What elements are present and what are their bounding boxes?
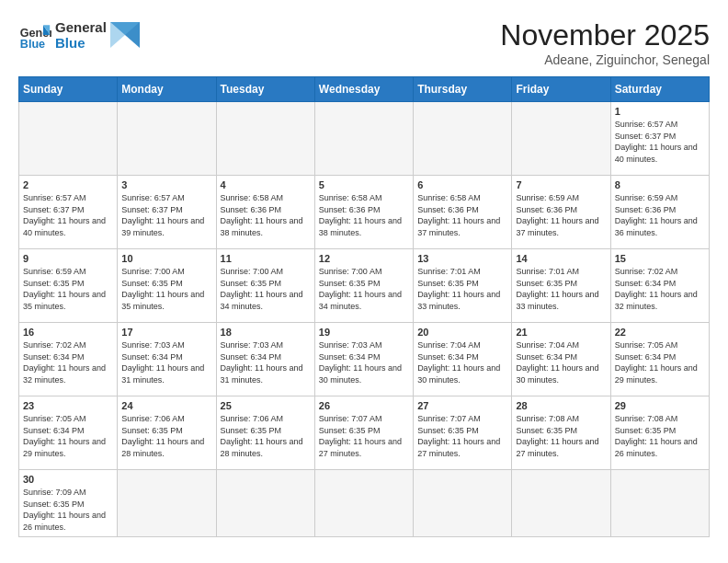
day-number: 17	[121, 327, 211, 338]
cell-2-5: 14Sunrise: 7:01 AMSunset: 6:35 PMDayligh…	[512, 249, 610, 323]
day-number: 20	[417, 327, 507, 338]
cell-info: Sunrise: 6:59 AMSunset: 6:35 PMDaylight:…	[23, 266, 113, 312]
cell-4-6: 29Sunrise: 7:08 AMSunset: 6:35 PMDayligh…	[610, 396, 709, 470]
cell-info: Sunrise: 7:02 AMSunset: 6:34 PMDaylight:…	[615, 266, 705, 312]
location-subtitle: Adeane, Ziguinchor, Senegal	[500, 52, 710, 67]
day-number: 13	[417, 253, 507, 264]
cell-1-5: 7Sunrise: 6:59 AMSunset: 6:36 PMDaylight…	[512, 176, 610, 249]
cell-3-5: 21Sunrise: 7:04 AMSunset: 6:34 PMDayligh…	[512, 323, 610, 396]
cell-5-0: 30Sunrise: 7:09 AMSunset: 6:35 PMDayligh…	[19, 470, 118, 537]
cell-info: Sunrise: 6:58 AMSunset: 6:36 PMDaylight:…	[319, 192, 409, 238]
day-number: 23	[23, 400, 113, 411]
logo-blue-text: Blue	[55, 35, 107, 51]
cell-info: Sunrise: 7:07 AMSunset: 6:35 PMDaylight:…	[319, 413, 409, 459]
header-sunday: Sunday	[19, 77, 118, 102]
cell-info: Sunrise: 6:57 AMSunset: 6:37 PMDaylight:…	[121, 192, 211, 238]
cell-3-3: 19Sunrise: 7:03 AMSunset: 6:34 PMDayligh…	[314, 323, 413, 396]
week-row-3: 9Sunrise: 6:59 AMSunset: 6:35 PMDaylight…	[19, 249, 710, 323]
cell-2-3: 12Sunrise: 7:00 AMSunset: 6:35 PMDayligh…	[314, 249, 413, 323]
cell-info: Sunrise: 7:05 AMSunset: 6:34 PMDaylight:…	[615, 339, 705, 385]
cell-info: Sunrise: 7:00 AMSunset: 6:35 PMDaylight:…	[319, 266, 409, 312]
cell-info: Sunrise: 7:04 AMSunset: 6:34 PMDaylight:…	[516, 339, 606, 385]
cell-info: Sunrise: 7:00 AMSunset: 6:35 PMDaylight:…	[121, 266, 211, 312]
cell-0-0	[19, 102, 118, 176]
day-number: 25	[221, 400, 311, 411]
day-number: 18	[221, 327, 311, 338]
cell-2-1: 10Sunrise: 7:00 AMSunset: 6:35 PMDayligh…	[118, 249, 216, 323]
cell-info: Sunrise: 7:04 AMSunset: 6:34 PMDaylight:…	[417, 339, 507, 385]
cell-2-6: 15Sunrise: 7:02 AMSunset: 6:34 PMDayligh…	[610, 249, 709, 323]
cell-0-6: 1Sunrise: 6:57 AMSunset: 6:37 PMDaylight…	[610, 102, 709, 176]
day-number: 21	[516, 327, 606, 338]
cell-4-1: 24Sunrise: 7:06 AMSunset: 6:35 PMDayligh…	[118, 396, 216, 470]
cell-info: Sunrise: 7:06 AMSunset: 6:35 PMDaylight:…	[121, 413, 211, 459]
calendar-table: SundayMondayTuesdayWednesdayThursdayFrid…	[18, 76, 710, 537]
cell-5-6	[610, 470, 709, 537]
cell-5-5	[512, 470, 610, 537]
cell-3-6: 22Sunrise: 7:05 AMSunset: 6:34 PMDayligh…	[610, 323, 709, 396]
week-row-1: 1Sunrise: 6:57 AMSunset: 6:37 PMDaylight…	[19, 102, 710, 176]
day-number: 29	[615, 400, 705, 411]
cell-4-3: 26Sunrise: 7:07 AMSunset: 6:35 PMDayligh…	[314, 396, 413, 470]
day-number: 11	[221, 253, 311, 264]
day-number: 16	[23, 327, 113, 338]
cell-info: Sunrise: 6:58 AMSunset: 6:36 PMDaylight:…	[221, 192, 311, 238]
cell-3-2: 18Sunrise: 7:03 AMSunset: 6:34 PMDayligh…	[216, 323, 314, 396]
day-number: 3	[121, 179, 211, 190]
day-number: 9	[23, 253, 113, 264]
day-number: 22	[615, 327, 705, 338]
cell-info: Sunrise: 6:59 AMSunset: 6:36 PMDaylight:…	[516, 192, 606, 238]
header-friday: Friday	[512, 77, 610, 102]
day-number: 4	[221, 179, 311, 190]
day-number: 24	[121, 400, 211, 411]
cell-1-0: 2Sunrise: 6:57 AMSunset: 6:37 PMDaylight…	[19, 176, 118, 249]
week-row-5: 23Sunrise: 7:05 AMSunset: 6:34 PMDayligh…	[19, 396, 710, 470]
cell-0-2	[216, 102, 314, 176]
cell-info: Sunrise: 7:05 AMSunset: 6:34 PMDaylight:…	[23, 413, 113, 459]
cell-info: Sunrise: 7:07 AMSunset: 6:35 PMDaylight:…	[417, 413, 507, 459]
cell-2-2: 11Sunrise: 7:00 AMSunset: 6:35 PMDayligh…	[216, 249, 314, 323]
cell-info: Sunrise: 7:03 AMSunset: 6:34 PMDaylight:…	[319, 339, 409, 385]
cell-3-4: 20Sunrise: 7:04 AMSunset: 6:34 PMDayligh…	[414, 323, 512, 396]
cell-4-0: 23Sunrise: 7:05 AMSunset: 6:34 PMDayligh…	[19, 396, 118, 470]
cell-0-5	[512, 102, 610, 176]
cell-5-1	[118, 470, 216, 537]
logo: General Blue General Blue	[18, 18, 140, 52]
day-number: 28	[516, 400, 606, 411]
cell-info: Sunrise: 7:06 AMSunset: 6:35 PMDaylight:…	[221, 413, 311, 459]
cell-2-0: 9Sunrise: 6:59 AMSunset: 6:35 PMDaylight…	[19, 249, 118, 323]
cell-info: Sunrise: 7:03 AMSunset: 6:34 PMDaylight:…	[221, 339, 311, 385]
cell-0-3	[314, 102, 413, 176]
day-number: 7	[516, 179, 606, 190]
day-number: 12	[319, 253, 409, 264]
day-number: 30	[23, 474, 113, 485]
cell-info: Sunrise: 7:08 AMSunset: 6:35 PMDaylight:…	[615, 413, 705, 459]
day-number: 8	[615, 179, 705, 190]
week-row-6: 30Sunrise: 7:09 AMSunset: 6:35 PMDayligh…	[19, 470, 710, 537]
cell-info: Sunrise: 6:57 AMSunset: 6:37 PMDaylight:…	[23, 192, 113, 238]
week-row-4: 16Sunrise: 7:02 AMSunset: 6:34 PMDayligh…	[19, 323, 710, 396]
cell-info: Sunrise: 7:03 AMSunset: 6:34 PMDaylight:…	[121, 339, 211, 385]
day-number: 10	[121, 253, 211, 264]
logo-general-text: General	[55, 19, 107, 35]
days-header-row: SundayMondayTuesdayWednesdayThursdayFrid…	[19, 77, 710, 102]
day-number: 1	[615, 106, 705, 117]
page-header: General Blue General Blue November 2025 …	[18, 18, 710, 67]
day-number: 5	[319, 179, 409, 190]
logo-triangle-icon	[110, 22, 140, 48]
cell-1-6: 8Sunrise: 6:59 AMSunset: 6:36 PMDaylight…	[610, 176, 709, 249]
week-row-2: 2Sunrise: 6:57 AMSunset: 6:37 PMDaylight…	[19, 176, 710, 249]
cell-info: Sunrise: 7:00 AMSunset: 6:35 PMDaylight:…	[221, 266, 311, 312]
day-number: 6	[417, 179, 507, 190]
day-number: 19	[319, 327, 409, 338]
cell-0-1	[118, 102, 216, 176]
day-number: 27	[417, 400, 507, 411]
cell-info: Sunrise: 7:02 AMSunset: 6:34 PMDaylight:…	[23, 339, 113, 385]
cell-5-4	[414, 470, 512, 537]
cell-5-2	[216, 470, 314, 537]
month-year-title: November 2025	[500, 18, 710, 52]
cell-5-3	[314, 470, 413, 537]
cell-info: Sunrise: 6:59 AMSunset: 6:36 PMDaylight:…	[615, 192, 705, 238]
header-saturday: Saturday	[610, 77, 709, 102]
title-block: November 2025 Adeane, Ziguinchor, Senega…	[500, 18, 710, 67]
